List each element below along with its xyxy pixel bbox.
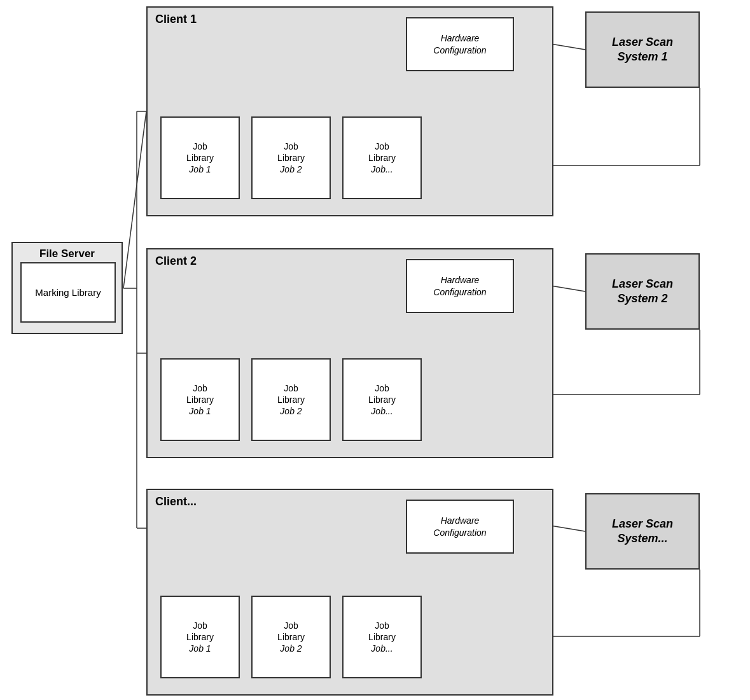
client2-hw-config: HardwareConfiguration [406, 259, 514, 313]
lss1-label: Laser ScanSystem 1 [612, 35, 673, 65]
lss2-box: Laser ScanSystem 2 [585, 253, 700, 330]
client2-job2: JobLibraryJob 2 [251, 358, 331, 441]
client3-hw-config-label: HardwareConfiguration [433, 515, 486, 539]
client1-title: Client 1 [155, 13, 197, 26]
lss2-label: Laser ScanSystem 2 [612, 277, 673, 307]
client1-job2-label: JobLibraryJob 2 [277, 141, 305, 176]
client2-job1-label: JobLibraryJob 1 [186, 382, 214, 417]
client3-job2: JobLibraryJob 2 [251, 596, 331, 678]
client2-job3: JobLibraryJob... [342, 358, 422, 441]
client3-job1: JobLibraryJob 1 [160, 596, 240, 678]
client3-job2-label: JobLibraryJob 2 [277, 620, 305, 655]
client2-job1: JobLibraryJob 1 [160, 358, 240, 441]
diagram: File Server Marking Library Client 1 Har… [0, 0, 750, 700]
lss3-box: Laser ScanSystem... [585, 493, 700, 570]
client3-title: Client... [155, 495, 197, 508]
client1-hw-config: HardwareConfiguration [406, 17, 514, 71]
client1-job1: JobLibraryJob 1 [160, 116, 240, 199]
client3-jobs-row: JobLibraryJob 1 JobLibraryJob 2 JobLibra… [160, 596, 422, 678]
client1-hw-config-label: HardwareConfiguration [433, 32, 486, 57]
client1-job2: JobLibraryJob 2 [251, 116, 331, 199]
svg-line-0 [123, 111, 146, 288]
client1-box: Client 1 HardwareConfiguration JobLibrar… [146, 6, 553, 216]
client3-box: Client... HardwareConfiguration JobLibra… [146, 489, 553, 696]
file-server-box: File Server Marking Library [11, 242, 123, 334]
client1-jobs-row: JobLibraryJob 1 JobLibraryJob 2 JobLibra… [160, 116, 422, 199]
client3-job3: JobLibraryJob... [342, 596, 422, 678]
marking-library-box: Marking Library [20, 262, 116, 323]
marking-library-label: Marking Library [35, 286, 101, 299]
client1-job1-label: JobLibraryJob 1 [186, 141, 214, 176]
client2-jobs-row: JobLibraryJob 1 JobLibraryJob 2 JobLibra… [160, 358, 422, 441]
lss1-box: Laser ScanSystem 1 [585, 11, 700, 88]
client1-job3-label: JobLibraryJob... [368, 141, 396, 176]
client2-title: Client 2 [155, 255, 197, 268]
lss3-label: Laser ScanSystem... [612, 517, 673, 547]
client1-job3: JobLibraryJob... [342, 116, 422, 199]
client2-job2-label: JobLibraryJob 2 [277, 382, 305, 417]
client3-job1-label: JobLibraryJob 1 [186, 620, 214, 655]
client3-hw-config: HardwareConfiguration [406, 500, 514, 554]
file-server-title: File Server [13, 248, 122, 260]
client2-hw-config-label: HardwareConfiguration [433, 274, 486, 298]
client3-job3-label: JobLibraryJob... [368, 620, 396, 655]
client2-box: Client 2 HardwareConfiguration JobLibrar… [146, 248, 553, 458]
client2-job3-label: JobLibraryJob... [368, 382, 396, 417]
